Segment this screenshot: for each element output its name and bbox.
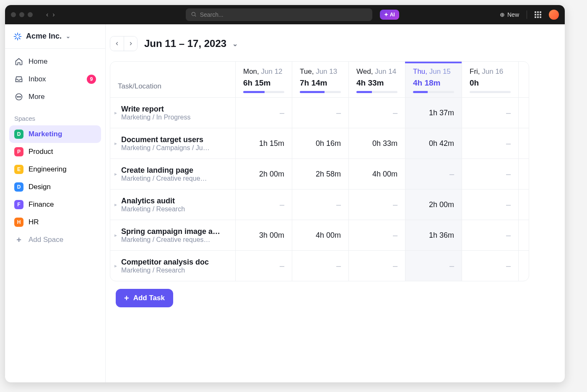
close-dot[interactable] [11,12,16,17]
home-icon [14,57,23,66]
time-cell[interactable]: 1h 37m [405,98,462,128]
space-color-badge: H [14,218,23,227]
task-title: Create landing page [121,166,228,175]
time-cell[interactable]: 2h 00m [235,159,292,189]
ai-button[interactable]: ✦ AI [380,10,399,20]
space-item-marketing[interactable]: D Marketing [9,125,101,143]
space-color-badge: D [14,130,23,139]
overflow-cell [518,190,529,220]
new-button[interactable]: ⊕ New [500,11,519,18]
minimize-dot[interactable] [19,12,24,17]
space-item-product[interactable]: P Product [9,143,101,161]
table-row: ▸ Analytics audit Marketing / Research –… [110,189,529,220]
user-avatar[interactable] [549,10,559,20]
time-cell[interactable]: 1h 36m [405,220,462,250]
time-cell-empty[interactable]: – [462,98,518,128]
overflow-cell [518,159,529,189]
task-cell[interactable]: ▸ Document target users Marketing / Camp… [110,128,235,158]
time-cell-empty[interactable]: – [292,98,348,128]
svg-point-12 [18,96,19,97]
nav-item-home[interactable]: Home [9,53,101,70]
time-cell-empty[interactable]: – [348,190,405,220]
space-item-hr[interactable]: H HR [9,213,101,231]
forward-icon[interactable]: › [52,11,55,18]
day-column-header[interactable]: Tue, Jun 13 7h 14m [292,62,348,97]
time-cell-empty[interactable]: – [348,98,405,128]
space-item-engineering[interactable]: E Engineering [9,161,101,178]
time-cell-empty[interactable]: – [235,98,292,128]
task-cell[interactable]: ▸ Write report Marketing / In Progress [110,98,235,128]
expand-icon[interactable]: ▸ [114,263,117,269]
day-column-header[interactable]: Wed, Jun 14 4h 33m [348,62,405,97]
time-cell[interactable]: 2h 00m [405,190,462,220]
day-column-header[interactable]: Fri, Jun 16 0h [462,62,518,97]
next-week-button[interactable] [124,36,137,51]
space-color-badge: P [14,147,23,156]
time-cell[interactable]: 0h 42m [405,128,462,158]
time-cell[interactable]: 2h 58m [292,159,348,189]
task-path: Marketing / In Progress [121,114,228,121]
separator [527,10,527,19]
maximize-dot[interactable] [28,12,33,17]
time-cell-empty[interactable]: – [292,190,348,220]
time-cell-empty[interactable]: – [405,159,462,189]
space-item-design[interactable]: D Design [9,178,101,196]
nav-item-inbox[interactable]: Inbox 9 [9,70,101,88]
date-range-picker[interactable]: Jun 11 – 17, 2023 ⌄ [144,38,238,49]
time-cell-empty[interactable]: – [235,251,292,281]
svg-line-9 [19,34,20,35]
expand-icon[interactable]: ▸ [114,140,117,146]
expand-icon[interactable]: ▸ [114,232,117,238]
expand-icon[interactable]: ▸ [114,202,117,208]
workspace-switcher[interactable]: Acme Inc. ⌄ [5,24,105,49]
task-path: Marketing / Research [121,205,228,213]
add-task-button[interactable]: + Add Task [116,289,173,307]
time-cell-empty[interactable]: – [405,251,462,281]
task-column-header: Task/Location [110,62,235,97]
task-path: Marketing / Creative reques… [121,236,228,244]
time-cell[interactable]: 0h 16m [292,128,348,158]
prev-week-button[interactable] [110,36,124,51]
spaces-section-label: Spaces [5,107,105,125]
time-cell[interactable]: 4h 00m [292,220,348,250]
space-color-badge: F [14,200,23,209]
time-cell[interactable]: 3h 00m [235,220,292,250]
task-cell[interactable]: ▸ Analytics audit Marketing / Research [110,190,235,220]
time-cell-empty[interactable]: – [462,220,518,250]
workspace-name: Acme Inc. [26,32,62,41]
time-cell[interactable]: 4h 00m [348,159,405,189]
add-space-button[interactable]: + Add Space [9,231,101,249]
expand-icon[interactable]: ▸ [114,171,117,177]
time-cell-empty[interactable]: – [348,251,405,281]
space-item-finance[interactable]: F Finance [9,196,101,213]
table-row: ▸ Competitor analysis doc Marketing / Re… [110,250,529,281]
time-cell-empty[interactable]: – [462,128,518,158]
time-cell-empty[interactable]: – [348,220,405,250]
time-cell-empty[interactable]: – [462,251,518,281]
nav-item-more[interactable]: More [9,88,101,106]
task-cell[interactable]: ▸ Competitor analysis doc Marketing / Re… [110,251,235,281]
back-icon[interactable]: ‹ [46,11,48,18]
time-cell-empty[interactable]: – [462,159,518,189]
apps-icon[interactable] [535,11,541,18]
history-nav: ‹ › [46,11,55,18]
day-column-header[interactable]: Mon, Jun 12 6h 15m [235,62,292,97]
sidebar: Acme Inc. ⌄ Home Inbox 9 More Spaces D M… [5,24,106,382]
space-label: Engineering [29,165,67,174]
time-cell-empty[interactable]: – [292,251,348,281]
task-cell[interactable]: ▸ Create landing page Marketing / Creati… [110,159,235,189]
day-column-header[interactable]: Thu, Jun 15 4h 18m [405,62,462,97]
task-cell[interactable]: ▸ Spring campaign image a… Marketing / C… [110,220,235,250]
global-search[interactable]: Search... [186,8,372,21]
svg-point-11 [17,96,18,97]
time-cell[interactable]: 1h 15m [235,128,292,158]
day-progress-bar [300,91,341,93]
time-cell-empty[interactable]: – [235,190,292,220]
time-cell[interactable]: 0h 33m [348,128,405,158]
time-cell-empty[interactable]: – [462,190,518,220]
plus-icon: ⊕ [500,11,505,18]
titlebar: ‹ › Search... ✦ AI ⊕ New [5,5,565,24]
expand-icon[interactable]: ▸ [114,110,117,116]
main-content: Jun 11 – 17, 2023 ⌄ Task/Location Mon, J… [106,24,565,382]
window-controls[interactable] [11,12,33,17]
